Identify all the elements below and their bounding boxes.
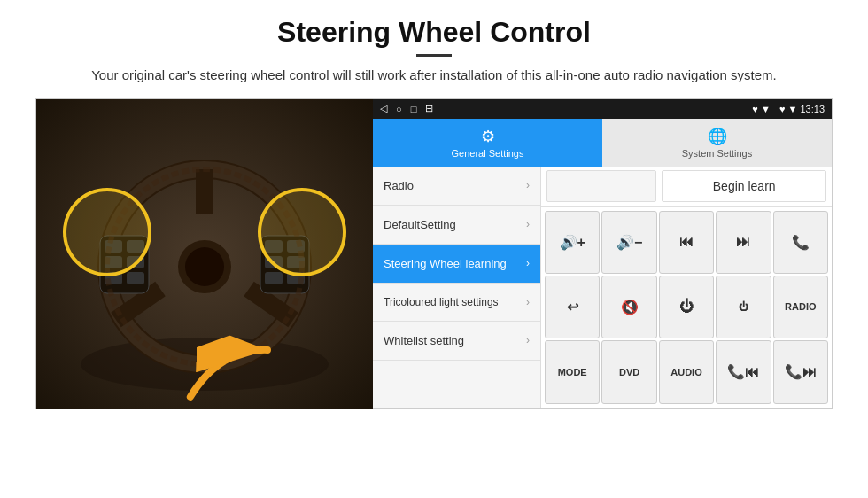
image-panel [36,99,373,409]
audio-button[interactable]: DVD [601,340,656,403]
next-track-button[interactable]: ⏭ [716,211,771,274]
power-icon: ⏻ [679,299,694,315]
chevron-icon: › [526,334,530,346]
highlight-right [258,188,346,276]
dvd-button[interactable]: MODE [545,340,600,403]
mute-icon: 🔇 [621,299,639,315]
mode-label: RADIO [785,301,816,312]
tab-general-label: General Settings [452,148,524,159]
hang-up-icon: ↩ [567,299,578,315]
android-panel: ◁ ○ □ ⊟ ♥ ▼ ♥ ▼ 13:13 ⚙ General Settings [373,99,832,408]
tab-general[interactable]: ⚙ General Settings [373,119,602,167]
vol-up-icon: 🔊+ [560,234,585,251]
mute-button[interactable]: 🔇 [601,276,656,338]
radio-button[interactable]: ⏻ [716,276,771,338]
prev-track-button[interactable]: ⏮ [659,211,714,274]
home-icon: ○ [396,104,402,114]
gps-label: AUDIO [670,367,701,377]
dvd-label: MODE [558,367,587,377]
menu-item-whitelist-label: Whitelist setting [384,334,464,347]
tab-system[interactable]: 🌐 System Settings [602,119,832,167]
menu-item-whitelist[interactable]: Whitelist setting › [373,322,540,361]
chevron-icon: › [526,179,530,191]
title-divider [416,54,452,57]
general-settings-icon: ⚙ [481,127,495,146]
radio-label: ⏻ [739,301,748,312]
menu-item-tricoloured-label: Tricoloured light settings [384,296,499,308]
highlight-left [63,188,151,276]
tab-bar: ⚙ General Settings 🌐 System Settings [373,119,832,167]
chevron-icon: › [526,296,530,308]
phone-button[interactable]: 📞 [773,211,828,274]
tel-next-icon: 📞⏭ [785,363,817,380]
power-button[interactable]: ⏻ [659,276,714,338]
menu-item-steering[interactable]: Steering Wheel learning › [373,245,540,284]
back-icon: ◁ [380,103,387,114]
chevron-icon: › [526,218,530,230]
menu-item-default[interactable]: DefaultSetting › [373,206,540,245]
audio-label: DVD [619,367,639,377]
svg-point-7 [185,247,224,286]
tel-prev-icon: 📞⏮ [727,363,759,380]
hang-up-button[interactable]: ↩ [545,276,600,338]
steering-wheel-bg [36,99,373,409]
menu-item-radio-label: Radio [384,179,414,192]
system-settings-icon: 🌐 [708,127,727,146]
page-title: Steering Wheel Control [277,16,591,49]
controls-grid: 🔊+ 🔊− ⏮ ⏭ 📞 [541,207,832,408]
menu-item-steering-label: Steering Wheel learning [384,257,507,270]
menu-item-radio[interactable]: Radio › [373,167,540,206]
menu-item-tricoloured[interactable]: Tricoloured light settings › [373,284,540,322]
vol-down-button[interactable]: 🔊− [601,211,656,274]
next-icon: ⏭ [736,234,750,250]
mode-button[interactable]: RADIO [773,276,828,338]
status-indicators: ♥ ▼ [752,104,776,114]
page-subtitle: Your original car's steering wheel contr… [91,66,777,86]
vol-down-icon: 🔊− [616,234,642,251]
tab-system-label: System Settings [682,148,752,159]
gps-button[interactable]: AUDIO [659,340,714,403]
svg-rect-14 [127,272,144,284]
begin-learn-row: Begin learn [541,167,832,207]
chevron-icon: › [526,257,530,269]
phone-icon: 📞 [792,234,810,251]
empty-cell [546,170,656,202]
svg-rect-20 [265,272,283,284]
status-time: ♥ ▼ 13:13 [779,104,825,114]
content-area: ◁ ○ □ ⊟ ♥ ▼ ♥ ▼ 13:13 ⚙ General Settings [35,98,833,409]
begin-learn-button[interactable]: Begin learn [662,170,826,202]
menu-icon: ⊟ [425,103,433,114]
prev-icon: ⏮ [679,234,694,250]
tel-next-button[interactable]: 📞⏭ [773,340,828,403]
page-container: Steering Wheel Control Your original car… [0,0,868,498]
menu-item-default-label: DefaultSetting [384,218,456,231]
right-controls: Begin learn 🔊+ 🔊− ⏮ [541,167,832,408]
status-bar: ◁ ○ □ ⊟ ♥ ▼ ♥ ▼ 13:13 [373,99,832,119]
status-bar-left: ◁ ○ □ ⊟ [380,103,433,114]
menu-controls: Radio › DefaultSetting › Steering Wheel … [373,167,832,408]
tel-prev-button[interactable]: 📞⏮ [716,340,771,403]
recents-icon: □ [411,104,417,114]
vol-up-button[interactable]: 🔊+ [545,211,600,274]
left-menu: Radio › DefaultSetting › Steering Wheel … [373,167,541,408]
status-bar-right: ♥ ▼ ♥ ▼ 13:13 [752,104,825,114]
